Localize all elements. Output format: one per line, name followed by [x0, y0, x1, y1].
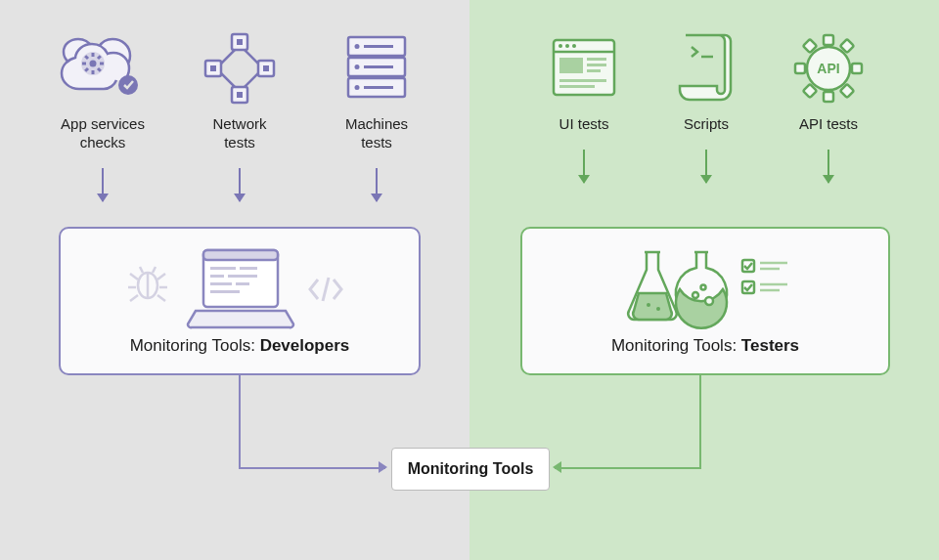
arrow-down-icon	[583, 150, 585, 183]
browser-wireframe-icon	[550, 29, 618, 108]
svg-point-70	[647, 303, 650, 307]
svg-line-47	[323, 278, 329, 301]
arrow-elbow-right-icon	[555, 375, 701, 469]
svg-point-72	[693, 292, 698, 298]
item-label: API tests	[799, 115, 858, 134]
svg-rect-46	[210, 290, 240, 293]
svg-point-52	[572, 44, 576, 48]
svg-rect-43	[228, 275, 257, 278]
flasks-checklist-icon	[607, 246, 803, 334]
svg-rect-15	[237, 39, 243, 45]
svg-rect-57	[559, 79, 606, 82]
svg-rect-61	[824, 35, 833, 45]
svg-point-24	[355, 65, 360, 69]
scripts-item: Scripts	[652, 29, 760, 183]
svg-rect-63	[795, 64, 805, 73]
testers-box: Monitoring Tools: Testers	[520, 227, 890, 375]
api-tests-item: API API tests	[775, 29, 882, 183]
developers-box: Monitoring Tools: Developers	[59, 227, 421, 375]
developers-box-label: Monitoring Tools: Developers	[130, 336, 350, 356]
api-gear-icon: API	[791, 29, 866, 108]
svg-point-74	[701, 285, 706, 290]
item-label: Scripts	[684, 115, 729, 134]
svg-line-33	[130, 295, 138, 301]
item-label: App serviceschecks	[61, 115, 145, 152]
item-label: UI tests	[559, 115, 609, 134]
svg-rect-17	[210, 65, 216, 71]
svg-line-9	[98, 56, 101, 59]
svg-rect-25	[364, 65, 393, 68]
svg-rect-55	[587, 64, 606, 66]
svg-point-26	[355, 85, 360, 90]
testers-box-label: Monitoring Tools: Testers	[611, 336, 799, 356]
svg-line-7	[98, 68, 101, 71]
svg-line-36	[153, 267, 156, 273]
network-tests-item: Networktests	[186, 29, 293, 201]
svg-rect-54	[587, 58, 606, 61]
svg-point-50	[559, 44, 562, 48]
svg-rect-39	[203, 250, 278, 260]
svg-rect-64	[852, 64, 862, 73]
svg-rect-45	[236, 282, 249, 285]
svg-rect-42	[210, 275, 224, 278]
item-label: Networktests	[212, 115, 266, 152]
svg-line-6	[85, 56, 88, 59]
arrow-down-icon	[102, 168, 104, 201]
machines-tests-item: Machinestests	[323, 29, 430, 201]
svg-rect-62	[824, 92, 833, 102]
svg-text:API: API	[817, 61, 839, 76]
svg-point-22	[355, 44, 360, 49]
svg-rect-40	[210, 267, 236, 270]
arrow-down-icon	[827, 150, 829, 183]
svg-rect-44	[210, 282, 232, 285]
server-rack-icon	[344, 29, 409, 108]
cloud-gear-icon	[58, 29, 148, 108]
monitoring-tools-box: Monitoring Tools	[391, 448, 550, 491]
svg-line-30	[157, 274, 165, 280]
svg-rect-56	[587, 69, 601, 72]
svg-rect-18	[263, 65, 269, 71]
svg-rect-53	[559, 58, 583, 73]
arrow-down-icon	[705, 150, 707, 183]
script-scroll-icon	[674, 29, 738, 108]
svg-point-51	[565, 44, 569, 48]
arrow-down-icon	[376, 168, 378, 201]
svg-line-29	[130, 274, 138, 280]
arrow-down-icon	[239, 168, 241, 201]
svg-point-71	[656, 307, 660, 311]
svg-rect-23	[364, 45, 393, 48]
svg-point-73	[705, 297, 713, 305]
svg-rect-58	[559, 85, 595, 88]
svg-line-8	[85, 68, 88, 71]
svg-rect-16	[237, 92, 243, 98]
svg-rect-41	[240, 267, 257, 270]
arrow-elbow-left-icon	[239, 375, 385, 469]
ui-tests-item: UI tests	[530, 29, 638, 183]
item-label: Machinestests	[345, 115, 408, 152]
network-topology-icon	[201, 29, 278, 108]
svg-line-34	[157, 295, 165, 301]
svg-line-35	[140, 267, 143, 273]
svg-point-1	[90, 61, 97, 67]
svg-rect-27	[364, 86, 393, 89]
laptop-code-icon	[112, 246, 367, 334]
app-services-checks-item: App serviceschecks	[49, 29, 156, 201]
